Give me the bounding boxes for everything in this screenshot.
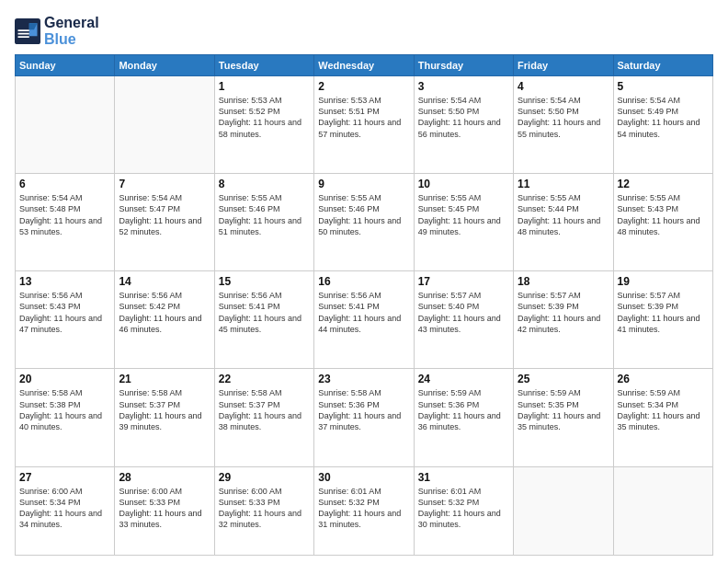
day-detail: Sunrise: 6:00 AM Sunset: 5:33 PM Dayligh… (219, 486, 310, 531)
day-detail: Sunrise: 5:55 AM Sunset: 5:46 PM Dayligh… (219, 192, 310, 237)
calendar-cell: 18Sunrise: 5:57 AM Sunset: 5:39 PM Dayli… (514, 271, 613, 369)
day-number: 30 (318, 471, 409, 484)
svg-rect-4 (18, 32, 29, 34)
calendar-cell: 3Sunrise: 5:54 AM Sunset: 5:50 PM Daylig… (414, 76, 513, 174)
day-number: 20 (19, 373, 110, 385)
day-number: 24 (418, 373, 509, 385)
calendar-cell: 14Sunrise: 5:56 AM Sunset: 5:42 PM Dayli… (115, 271, 214, 369)
svg-rect-5 (18, 36, 29, 38)
day-number: 7 (119, 178, 210, 190)
week-row-1: 1Sunrise: 5:53 AM Sunset: 5:52 PM Daylig… (16, 76, 713, 174)
day-number: 13 (19, 275, 110, 288)
calendar-cell (613, 466, 712, 556)
day-detail: Sunrise: 5:54 AM Sunset: 5:50 PM Dayligh… (418, 95, 509, 140)
day-detail: Sunrise: 5:57 AM Sunset: 5:40 PM Dayligh… (418, 290, 509, 335)
day-detail: Sunrise: 5:58 AM Sunset: 5:37 PM Dayligh… (119, 387, 210, 432)
day-detail: Sunrise: 5:56 AM Sunset: 5:41 PM Dayligh… (219, 290, 310, 335)
logo: General Blue (15, 15, 99, 47)
day-number: 31 (418, 471, 509, 484)
day-number: 9 (318, 178, 409, 190)
calendar-cell: 25Sunrise: 5:59 AM Sunset: 5:35 PM Dayli… (514, 369, 613, 466)
day-number: 25 (518, 373, 609, 385)
day-number: 4 (518, 80, 609, 93)
calendar-cell: 30Sunrise: 6:01 AM Sunset: 5:32 PM Dayli… (314, 466, 414, 556)
week-row-2: 6Sunrise: 5:54 AM Sunset: 5:48 PM Daylig… (16, 174, 713, 271)
day-number: 1 (219, 80, 310, 93)
day-number: 28 (119, 471, 210, 484)
calendar-cell: 22Sunrise: 5:58 AM Sunset: 5:37 PM Dayli… (214, 369, 313, 466)
day-number: 22 (219, 373, 310, 385)
day-detail: Sunrise: 5:56 AM Sunset: 5:43 PM Dayligh… (19, 290, 110, 335)
day-detail: Sunrise: 5:56 AM Sunset: 5:42 PM Dayligh… (119, 290, 210, 335)
day-detail: Sunrise: 5:58 AM Sunset: 5:38 PM Dayligh… (19, 387, 110, 432)
day-detail: Sunrise: 5:55 AM Sunset: 5:43 PM Dayligh… (618, 192, 709, 237)
calendar-table: SundayMondayTuesdayWednesdayThursdayFrid… (15, 54, 713, 556)
weekday-header-sunday: Sunday (16, 55, 115, 76)
day-detail: Sunrise: 6:01 AM Sunset: 5:32 PM Dayligh… (318, 486, 409, 531)
weekday-header-thursday: Thursday (414, 55, 513, 76)
day-detail: Sunrise: 5:53 AM Sunset: 5:52 PM Dayligh… (219, 95, 310, 140)
calendar-cell: 28Sunrise: 6:00 AM Sunset: 5:33 PM Dayli… (115, 466, 214, 556)
day-number: 23 (318, 373, 409, 385)
calendar-cell: 16Sunrise: 5:56 AM Sunset: 5:41 PM Dayli… (314, 271, 414, 369)
calendar-cell: 26Sunrise: 5:59 AM Sunset: 5:34 PM Dayli… (613, 369, 712, 466)
day-detail: Sunrise: 5:54 AM Sunset: 5:48 PM Dayligh… (19, 192, 110, 237)
day-detail: Sunrise: 5:54 AM Sunset: 5:49 PM Dayligh… (618, 95, 709, 140)
week-row-3: 13Sunrise: 5:56 AM Sunset: 5:43 PM Dayli… (16, 271, 713, 369)
calendar-cell: 1Sunrise: 5:53 AM Sunset: 5:52 PM Daylig… (214, 76, 313, 174)
calendar-cell: 11Sunrise: 5:55 AM Sunset: 5:44 PM Dayli… (514, 174, 613, 271)
day-detail: Sunrise: 5:57 AM Sunset: 5:39 PM Dayligh… (518, 290, 609, 335)
calendar-cell: 21Sunrise: 5:58 AM Sunset: 5:37 PM Dayli… (115, 369, 214, 466)
calendar-cell: 13Sunrise: 5:56 AM Sunset: 5:43 PM Dayli… (16, 271, 115, 369)
calendar-cell: 4Sunrise: 5:54 AM Sunset: 5:50 PM Daylig… (514, 76, 613, 174)
calendar-cell (115, 76, 214, 174)
weekday-header-tuesday: Tuesday (214, 55, 313, 76)
calendar-cell: 9Sunrise: 5:55 AM Sunset: 5:46 PM Daylig… (314, 174, 414, 271)
weekday-header-row: SundayMondayTuesdayWednesdayThursdayFrid… (16, 55, 713, 76)
calendar-cell (16, 76, 115, 174)
calendar-cell: 15Sunrise: 5:56 AM Sunset: 5:41 PM Dayli… (214, 271, 313, 369)
day-number: 26 (618, 373, 709, 385)
day-detail: Sunrise: 6:00 AM Sunset: 5:34 PM Dayligh… (19, 486, 110, 531)
svg-rect-3 (18, 29, 29, 31)
day-number: 16 (318, 275, 409, 288)
calendar-cell: 19Sunrise: 5:57 AM Sunset: 5:39 PM Dayli… (613, 271, 712, 369)
day-detail: Sunrise: 6:00 AM Sunset: 5:33 PM Dayligh… (119, 486, 210, 531)
day-detail: Sunrise: 5:59 AM Sunset: 5:34 PM Dayligh… (618, 387, 709, 432)
day-detail: Sunrise: 5:56 AM Sunset: 5:41 PM Dayligh… (318, 290, 409, 335)
day-number: 14 (119, 275, 210, 288)
logo-icon (15, 18, 40, 44)
day-number: 12 (618, 178, 709, 190)
day-detail: Sunrise: 5:59 AM Sunset: 5:36 PM Dayligh… (418, 387, 509, 432)
day-number: 2 (318, 80, 409, 93)
day-number: 6 (19, 178, 110, 190)
calendar-cell: 6Sunrise: 5:54 AM Sunset: 5:48 PM Daylig… (16, 174, 115, 271)
day-number: 18 (518, 275, 609, 288)
calendar-cell: 31Sunrise: 6:01 AM Sunset: 5:32 PM Dayli… (414, 466, 513, 556)
day-number: 17 (418, 275, 509, 288)
day-number: 5 (618, 80, 709, 93)
day-number: 15 (219, 275, 310, 288)
weekday-header-saturday: Saturday (613, 55, 712, 76)
calendar-cell: 27Sunrise: 6:00 AM Sunset: 5:34 PM Dayli… (16, 466, 115, 556)
week-row-5: 27Sunrise: 6:00 AM Sunset: 5:34 PM Dayli… (16, 466, 713, 556)
day-detail: Sunrise: 5:59 AM Sunset: 5:35 PM Dayligh… (518, 387, 609, 432)
day-number: 10 (418, 178, 509, 190)
calendar-cell: 5Sunrise: 5:54 AM Sunset: 5:49 PM Daylig… (613, 76, 712, 174)
day-detail: Sunrise: 5:55 AM Sunset: 5:44 PM Dayligh… (518, 192, 609, 237)
calendar-cell: 8Sunrise: 5:55 AM Sunset: 5:46 PM Daylig… (214, 174, 313, 271)
day-detail: Sunrise: 5:57 AM Sunset: 5:39 PM Dayligh… (618, 290, 709, 335)
logo-text: General Blue (44, 15, 99, 47)
calendar-cell: 7Sunrise: 5:54 AM Sunset: 5:47 PM Daylig… (115, 174, 214, 271)
calendar-cell: 23Sunrise: 5:58 AM Sunset: 5:36 PM Dayli… (314, 369, 414, 466)
calendar-cell: 2Sunrise: 5:53 AM Sunset: 5:51 PM Daylig… (314, 76, 414, 174)
calendar-cell: 20Sunrise: 5:58 AM Sunset: 5:38 PM Dayli… (16, 369, 115, 466)
weekday-header-wednesday: Wednesday (314, 55, 414, 76)
calendar-cell (514, 466, 613, 556)
day-number: 19 (618, 275, 709, 288)
calendar-cell: 29Sunrise: 6:00 AM Sunset: 5:33 PM Dayli… (214, 466, 313, 556)
day-number: 11 (518, 178, 609, 190)
calendar-cell: 17Sunrise: 5:57 AM Sunset: 5:40 PM Dayli… (414, 271, 513, 369)
weekday-header-monday: Monday (115, 55, 214, 76)
calendar-cell: 12Sunrise: 5:55 AM Sunset: 5:43 PM Dayli… (613, 174, 712, 271)
